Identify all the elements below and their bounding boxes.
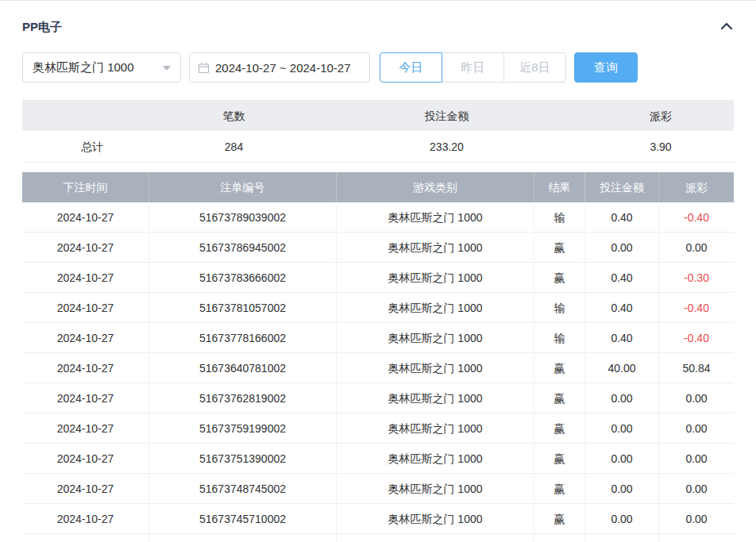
collapse-button[interactable]	[719, 21, 734, 35]
cell-bet-time: 2024-10-27	[22, 202, 149, 233]
cell-bet-time: 2024-10-27	[22, 444, 149, 474]
detail-table-body: 2024-10-2751673789039002奥林匹斯之门 1000输0.40…	[22, 202, 734, 542]
cell-result: 赢	[534, 474, 585, 504]
cell-payout: -0.40	[659, 293, 734, 323]
date-range-value: 2024-10-27 ~ 2024-10-27	[215, 61, 351, 75]
game-select[interactable]: 奥林匹斯之门 1000	[22, 52, 181, 83]
cell-bet-amount: 40.00	[585, 353, 659, 383]
detail-header-result: 结果	[534, 172, 585, 202]
table-row: 2024-10-2751673640781002奥林匹斯之门 1000赢40.0…	[22, 353, 734, 383]
cell-bet-id: 51673640781002	[149, 353, 337, 383]
cell-result: 赢	[534, 353, 585, 383]
cell-result: 输	[534, 202, 585, 233]
summary-table-header: 笔数 投注金额 派彩	[22, 100, 734, 131]
table-row: 2024-10-2751673759199002奥林匹斯之门 1000赢0.00…	[22, 413, 734, 444]
cell-bet-amount: 0.40	[585, 293, 659, 323]
search-button[interactable]: 查询	[574, 52, 638, 83]
summary-header-bet-amount: 投注金额	[306, 110, 588, 121]
calendar-icon	[198, 62, 210, 74]
detail-header-bet-amount: 投注金额	[585, 172, 659, 202]
cell-result: 输	[534, 293, 585, 323]
summary-total-row: 总计 284 233.20 3.90	[22, 131, 734, 163]
cell-bet-amount: 0.00	[585, 474, 659, 504]
cell-bet-time: 2024-10-27	[22, 293, 149, 323]
cell-bet-amount: 0.40	[585, 202, 659, 233]
page-title: PP电子	[22, 20, 62, 35]
cell-bet-time: 2024-10-27	[22, 323, 149, 353]
table-row: 2024-10-27奥林匹斯之门 1000	[22, 534, 734, 542]
cell-payout: 0.00	[659, 444, 734, 474]
summary-table: 笔数 投注金额 派彩 总计 284 233.20 3.90	[22, 100, 734, 163]
cell-payout: 50.84	[659, 353, 734, 383]
cell-bet-amount	[585, 534, 659, 542]
summary-header-payout: 派彩	[588, 110, 734, 121]
cell-payout: -0.40	[659, 202, 734, 233]
table-row: 2024-10-2751673748745002奥林匹斯之门 1000赢0.00…	[22, 474, 734, 504]
cell-payout: 0.00	[659, 504, 734, 534]
cell-result: 输	[534, 323, 585, 353]
cell-bet-id: 51673759199002	[149, 413, 337, 444]
cell-payout: 0.00	[659, 383, 734, 413]
cell-game-type: 奥林匹斯之门 1000	[337, 413, 534, 444]
cell-bet-amount: 0.00	[585, 504, 659, 534]
summary-total-payout: 3.90	[588, 141, 734, 152]
last-8-days-button[interactable]: 近8日	[503, 52, 566, 83]
cell-bet-time: 2024-10-27	[22, 474, 149, 504]
cell-payout: 0.00	[659, 233, 734, 263]
cell-payout: -0.40	[659, 323, 734, 353]
yesterday-button[interactable]: 昨日	[442, 52, 504, 83]
cell-game-type: 奥林匹斯之门 1000	[337, 353, 534, 383]
cell-bet-amount: 0.00	[585, 413, 659, 444]
cell-result: 赢	[534, 233, 585, 263]
cell-bet-id	[149, 534, 337, 542]
cell-result: 赢	[534, 263, 585, 293]
table-row: 2024-10-2751673778166002奥林匹斯之门 1000输0.40…	[22, 323, 734, 353]
cell-bet-time: 2024-10-27	[22, 504, 149, 534]
summary-total-count: 284	[162, 141, 306, 152]
cell-game-type: 奥林匹斯之门 1000	[337, 293, 534, 323]
summary-header-count: 笔数	[162, 110, 306, 121]
betting-records-panel: PP电子 奥林匹斯之门 1000	[0, 0, 756, 542]
detail-table: 下注时间 注单编号 游戏类别 结果 投注金额 派彩 2024-10-275167…	[22, 172, 734, 542]
today-button[interactable]: 今日	[380, 52, 442, 83]
cell-payout: -0.30	[659, 263, 734, 293]
table-row: 2024-10-2751673781057002奥林匹斯之门 1000输0.40…	[22, 293, 734, 323]
cell-bet-time: 2024-10-27	[22, 413, 149, 444]
table-row: 2024-10-2751673745710002奥林匹斯之门 1000赢0.00…	[22, 504, 734, 534]
cell-result	[534, 534, 585, 542]
summary-total-label: 总计	[22, 141, 162, 152]
cell-result: 赢	[534, 444, 585, 474]
detail-table-header: 下注时间 注单编号 游戏类别 结果 投注金额 派彩	[22, 172, 734, 202]
cell-bet-id: 51673751390002	[149, 444, 337, 474]
detail-header-bet-time: 下注时间	[22, 172, 149, 202]
cell-bet-time: 2024-10-27	[22, 263, 149, 293]
cell-game-type: 奥林匹斯之门 1000	[337, 383, 534, 413]
cell-bet-id: 51673778166002	[149, 323, 337, 353]
cell-game-type: 奥林匹斯之门 1000	[337, 534, 534, 542]
cell-game-type: 奥林匹斯之门 1000	[337, 504, 534, 534]
filter-bar: 奥林匹斯之门 1000 2024-10-27 ~ 2024-10-27 今日 昨…	[22, 52, 734, 83]
detail-header-payout: 派彩	[659, 172, 734, 202]
detail-header-bet-id: 注单编号	[149, 172, 337, 202]
cell-bet-time: 2024-10-27	[22, 383, 149, 413]
cell-bet-id: 51673789039002	[149, 202, 337, 233]
cell-bet-time: 2024-10-27	[22, 233, 149, 263]
game-select-value: 奥林匹斯之门 1000	[33, 60, 134, 75]
cell-bet-amount: 0.00	[585, 444, 659, 474]
cell-bet-id: 51673781057002	[149, 293, 337, 323]
cell-payout	[659, 534, 734, 542]
cell-result: 赢	[534, 413, 585, 444]
cell-bet-id: 51673748745002	[149, 474, 337, 504]
table-row: 2024-10-2751673762819002奥林匹斯之门 1000赢0.00…	[22, 383, 734, 413]
quick-date-buttons: 今日 昨日 近8日	[380, 52, 566, 83]
cell-game-type: 奥林匹斯之门 1000	[337, 474, 534, 504]
cell-bet-id: 51673783666002	[149, 263, 337, 293]
cell-bet-amount: 0.00	[585, 383, 659, 413]
date-range-input[interactable]: 2024-10-27 ~ 2024-10-27	[189, 52, 370, 83]
cell-game-type: 奥林匹斯之门 1000	[337, 233, 534, 263]
chevron-down-icon	[163, 66, 171, 71]
summary-total-bet-amount: 233.20	[306, 141, 588, 152]
detail-header-game-type: 游戏类别	[337, 172, 534, 202]
cell-payout: 0.00	[659, 474, 734, 504]
table-row: 2024-10-2751673783666002奥林匹斯之门 1000赢0.40…	[22, 263, 734, 293]
